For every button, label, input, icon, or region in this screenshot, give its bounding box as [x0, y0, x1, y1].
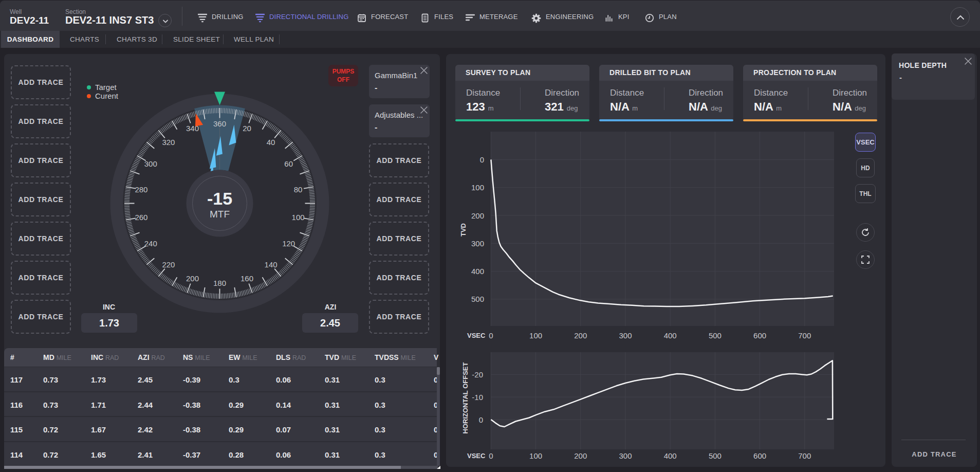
svg-text:0: 0	[480, 155, 484, 164]
svg-text:700: 700	[798, 451, 811, 460]
svg-text:100: 100	[529, 331, 542, 340]
svg-text:400: 400	[664, 451, 677, 460]
svg-text:100: 100	[292, 213, 305, 222]
svg-text:500: 500	[709, 451, 722, 460]
svg-text:0: 0	[479, 415, 483, 424]
svg-text:20: 20	[243, 124, 251, 133]
svg-text:220: 220	[162, 260, 175, 269]
svg-text:TVD: TVD	[459, 223, 467, 237]
svg-text:600: 600	[753, 451, 766, 460]
svg-text:400: 400	[471, 267, 484, 276]
svg-text:100: 100	[471, 183, 484, 192]
svg-text:HORIZONTAL OFFSET: HORIZONTAL OFFSET	[461, 362, 469, 433]
svg-text:200: 200	[574, 451, 587, 460]
svg-text:320: 320	[162, 138, 175, 147]
svg-text:-10: -10	[472, 393, 483, 402]
svg-text:240: 240	[144, 239, 157, 248]
svg-text:0: 0	[489, 451, 493, 460]
svg-text:200: 200	[471, 211, 484, 220]
svg-text:-15: -15	[207, 189, 232, 208]
svg-text:VSEC: VSEC	[467, 332, 487, 339]
svg-text:60: 60	[284, 159, 293, 168]
svg-text:300: 300	[619, 451, 632, 460]
svg-text:VSEC: VSEC	[467, 452, 487, 460]
svg-text:300: 300	[471, 239, 484, 248]
svg-text:0: 0	[489, 331, 493, 340]
svg-text:140: 140	[265, 260, 278, 269]
svg-text:280: 280	[135, 185, 147, 194]
svg-text:360: 360	[213, 119, 226, 128]
svg-text:-20: -20	[472, 370, 483, 379]
svg-text:180: 180	[213, 279, 226, 287]
svg-text:MTF: MTF	[210, 209, 230, 220]
svg-text:80: 80	[294, 185, 303, 194]
svg-text:300: 300	[619, 331, 632, 340]
svg-text:300: 300	[144, 159, 157, 168]
svg-text:260: 260	[135, 213, 147, 222]
svg-text:700: 700	[798, 331, 811, 340]
svg-text:200: 200	[186, 274, 199, 283]
svg-text:100: 100	[529, 451, 542, 460]
svg-text:500: 500	[709, 331, 722, 340]
svg-text:40: 40	[267, 138, 275, 147]
svg-text:400: 400	[664, 331, 677, 340]
svg-text:500: 500	[471, 295, 484, 303]
svg-text:200: 200	[574, 331, 587, 340]
svg-text:120: 120	[282, 239, 295, 248]
svg-text:160: 160	[241, 274, 253, 283]
svg-text:600: 600	[753, 331, 766, 340]
